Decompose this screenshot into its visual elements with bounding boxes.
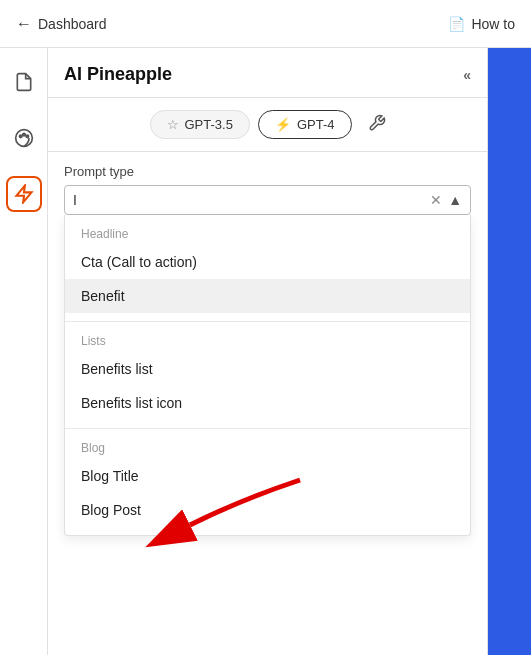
dropdown: Headline Cta (Call to action) Benefit Li… xyxy=(64,215,471,536)
how-to-label[interactable]: How to xyxy=(471,16,515,32)
dropdown-item-blog-post[interactable]: Blog Post xyxy=(65,493,470,527)
dropdown-section-blog: Blog Blog Title Blog Post xyxy=(65,429,470,535)
headline-section-label: Headline xyxy=(65,223,470,245)
gpt4-button[interactable]: ⚡ GPT-4 xyxy=(258,110,352,139)
dropdown-item-blog-title[interactable]: Blog Title xyxy=(65,459,470,493)
panel-title: AI Pineapple xyxy=(64,64,172,85)
gpt35-label: GPT-3.5 xyxy=(185,117,233,132)
sidebar-palette-icon[interactable] xyxy=(6,120,42,156)
dashboard-link[interactable]: Dashboard xyxy=(38,16,107,32)
gpt35-icon: ☆ xyxy=(167,117,179,132)
dropdown-section-headline: Headline Cta (Call to action) Benefit xyxy=(65,215,470,321)
svg-point-1 xyxy=(19,135,22,138)
sidebar-file-icon[interactable] xyxy=(6,64,42,100)
dropdown-item-benefits-list-icon[interactable]: Benefits list icon xyxy=(65,386,470,420)
gpt4-icon: ⚡ xyxy=(275,117,291,132)
svg-marker-4 xyxy=(16,186,31,203)
clear-icon[interactable]: ✕ xyxy=(430,192,442,208)
header-left: ← Dashboard xyxy=(16,15,107,33)
gpt35-button[interactable]: ☆ GPT-3.5 xyxy=(150,110,250,139)
dropdown-item-cta[interactable]: Cta (Call to action) xyxy=(65,245,470,279)
sidebar-bolt-icon[interactable] xyxy=(6,176,42,212)
prompt-type-label: Prompt type xyxy=(64,164,471,179)
right-panel xyxy=(488,48,531,655)
svg-point-3 xyxy=(26,135,29,138)
panel: AI Pineapple « ☆ GPT-3.5 ⚡ GPT-4 Prompt … xyxy=(48,48,488,655)
panel-header: AI Pineapple « xyxy=(48,48,487,98)
prompt-section: Prompt type ✕ ▲ xyxy=(48,152,487,215)
model-selector: ☆ GPT-3.5 ⚡ GPT-4 xyxy=(48,98,487,152)
main-layout: AI Pineapple « ☆ GPT-3.5 ⚡ GPT-4 Prompt … xyxy=(0,48,531,655)
lists-section-label: Lists xyxy=(65,330,470,352)
svg-point-2 xyxy=(22,133,25,136)
back-arrow-icon[interactable]: ← xyxy=(16,15,32,33)
doc-icon: 📄 xyxy=(448,16,465,32)
wrench-icon[interactable] xyxy=(368,114,386,136)
blog-section-label: Blog xyxy=(65,437,470,459)
prompt-input-wrapper: ✕ ▲ xyxy=(64,185,471,215)
dropdown-item-benefits-list[interactable]: Benefits list xyxy=(65,352,470,386)
collapse-button[interactable]: « xyxy=(463,67,471,83)
sidebar xyxy=(0,48,48,655)
input-actions: ✕ ▲ xyxy=(430,192,462,208)
gpt4-label: GPT-4 xyxy=(297,117,335,132)
header-right: 📄 How to xyxy=(448,16,515,32)
chevron-up-icon[interactable]: ▲ xyxy=(448,192,462,208)
dropdown-item-benefit[interactable]: Benefit xyxy=(65,279,470,313)
dropdown-section-lists: Lists Benefits list Benefits list icon xyxy=(65,322,470,428)
header: ← Dashboard 📄 How to xyxy=(0,0,531,48)
prompt-input[interactable] xyxy=(73,192,430,208)
